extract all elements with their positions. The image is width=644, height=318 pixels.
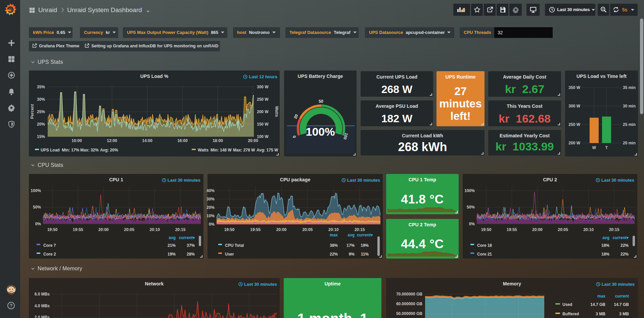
svg-text:current▾: current▾: [357, 233, 373, 237]
svg-text:15%: 15%: [37, 134, 45, 139]
svg-text:20%: 20%: [206, 205, 215, 210]
svg-text:18:00: 18:00: [213, 138, 223, 143]
svg-text:CPU Total: CPU Total: [225, 243, 244, 248]
svg-text:38%: 38%: [330, 243, 338, 248]
svg-text:19:55: 19:55: [250, 227, 261, 232]
svg-text:UPS Load: UPS Load: [41, 148, 60, 152]
svg-text:19%: 19%: [168, 252, 176, 257]
svg-text:User: User: [225, 252, 234, 257]
svg-text:22%: 22%: [620, 252, 629, 257]
svg-text:30 min: 30 min: [623, 104, 636, 108]
svg-text:current▾: current▾: [613, 235, 629, 240]
svg-text:150 W: 150 W: [257, 122, 269, 127]
svg-text:Core 21: Core 21: [477, 252, 492, 257]
svg-text:20 min: 20 min: [623, 141, 636, 145]
svg-text:20:15: 20:15: [355, 227, 365, 232]
svg-text:T: T: [605, 145, 608, 150]
svg-text:50%: 50%: [467, 205, 475, 210]
svg-text:50%: 50%: [33, 205, 41, 210]
svg-text:20:00: 20:00: [98, 227, 109, 232]
svg-text:20:00: 20:00: [276, 227, 287, 232]
svg-text:Core 2: Core 2: [43, 252, 56, 257]
svg-text:Core 18: Core 18: [477, 243, 492, 248]
svg-text:22%: 22%: [620, 243, 629, 248]
svg-text:current: current: [615, 294, 629, 299]
svg-text:300 W: 300 W: [257, 85, 269, 89]
svg-text:Watts: Watts: [198, 148, 209, 152]
svg-text:Buffered: Buffered: [562, 312, 579, 316]
svg-text:200 W: 200 W: [257, 109, 269, 114]
svg-text:16:00: 16:00: [177, 138, 188, 143]
svg-text:100%: 100%: [306, 125, 335, 138]
svg-text:max: max: [330, 233, 338, 237]
svg-text:20:00: 20:00: [248, 138, 258, 143]
svg-text:20:10: 20:10: [149, 227, 160, 232]
svg-text:70.000000 GB: 70.000000 GB: [396, 292, 422, 297]
svg-text:350 W: 350 W: [568, 85, 580, 90]
svg-text:4.0 MBs: 4.0 MBs: [35, 304, 50, 308]
svg-text:19:50: 19:50: [481, 227, 492, 232]
svg-text:3 MB: 3 MB: [596, 312, 605, 316]
svg-text:30%: 30%: [37, 97, 45, 102]
svg-text:25 min: 25 min: [623, 122, 636, 127]
svg-text:35 min: 35 min: [623, 85, 636, 90]
svg-text:300 W: 300 W: [568, 104, 580, 108]
svg-text:20:05: 20:05: [302, 227, 313, 232]
svg-text:Avg: 175 W: Avg: 175 W: [257, 148, 278, 152]
svg-text:30%: 30%: [206, 197, 215, 201]
svg-text:11%: 11%: [361, 252, 369, 257]
svg-text:6.0 MBs: 6.0 MBs: [35, 292, 50, 297]
svg-text:avg: avg: [348, 233, 355, 237]
svg-text:20:10: 20:10: [328, 227, 339, 232]
svg-text:50.000000 GB: 50.000000 GB: [396, 311, 422, 316]
svg-text:100%: 100%: [31, 188, 41, 193]
svg-text:12:00: 12:00: [107, 138, 117, 143]
svg-text:10%: 10%: [206, 214, 215, 218]
svg-text:14.7 GB: 14.7 GB: [614, 302, 629, 307]
svg-text:19%: 19%: [361, 243, 369, 248]
svg-text:100%: 100%: [464, 188, 475, 193]
svg-text:20:15: 20:15: [609, 227, 619, 232]
svg-text:0%: 0%: [469, 222, 475, 226]
svg-text:10:00: 10:00: [72, 138, 82, 143]
svg-text:avg: avg: [169, 235, 176, 240]
svg-text:28%: 28%: [187, 252, 195, 257]
svg-text:Core 7: Core 7: [43, 243, 56, 248]
svg-text:25%: 25%: [37, 109, 45, 114]
svg-text:19:55: 19:55: [73, 227, 83, 232]
svg-text:250 W: 250 W: [257, 97, 269, 102]
svg-text:50: 50: [319, 99, 323, 104]
svg-text:19:50: 19:50: [47, 227, 58, 232]
svg-text:14:00: 14:00: [142, 138, 152, 143]
svg-text:18%: 18%: [601, 243, 609, 248]
svg-text:21%: 21%: [168, 243, 176, 248]
svg-text:60.000000 GB: 60.000000 GB: [396, 302, 422, 306]
svg-text:9%: 9%: [349, 252, 355, 257]
svg-text:40%: 40%: [206, 188, 215, 193]
svg-text:Watts: Watts: [274, 106, 279, 117]
svg-text:19:55: 19:55: [507, 227, 517, 232]
svg-text:Percent: Percent: [30, 104, 35, 119]
svg-text:14.7 GB: 14.7 GB: [590, 302, 605, 307]
svg-text:22%: 22%: [330, 252, 338, 257]
svg-text:200 W: 200 W: [568, 141, 580, 145]
svg-text:Min: 148 W: Min: 148 W: [211, 148, 232, 152]
svg-text:0%: 0%: [35, 222, 41, 226]
svg-text:20%: 20%: [37, 122, 45, 127]
svg-text:Max: 32%: Max: 32%: [80, 148, 99, 152]
svg-text:20:05: 20:05: [124, 227, 134, 232]
svg-text:35%: 35%: [37, 85, 45, 89]
svg-text:20:10: 20:10: [583, 227, 594, 232]
svg-text:17%: 17%: [347, 243, 355, 248]
svg-text:3 MB: 3 MB: [619, 312, 629, 316]
svg-text:100 W: 100 W: [257, 134, 269, 139]
svg-text:18%: 18%: [601, 252, 609, 257]
svg-text:37%: 37%: [187, 243, 195, 248]
svg-text:0%: 0%: [209, 222, 215, 227]
svg-text:max: max: [597, 294, 605, 299]
svg-text:250 W: 250 W: [568, 122, 580, 127]
svg-text:current▾: current▾: [179, 235, 195, 240]
svg-text:Used: Used: [562, 302, 572, 307]
svg-text:2.0 MBs: 2.0 MBs: [35, 315, 50, 318]
svg-text:W: W: [592, 145, 596, 150]
